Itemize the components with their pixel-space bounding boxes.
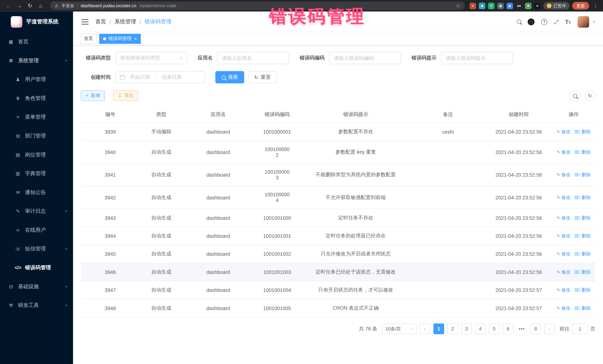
sidebar-item-role[interactable]: ♛角色管理 <box>0 89 73 108</box>
ext-7-icon[interactable]: ❀ <box>525 2 531 9</box>
sidebar-item-sms[interactable]: ☏短信管理∨ <box>0 239 73 258</box>
edit-link[interactable]: ✎修改 <box>557 215 570 221</box>
edit-link[interactable]: ✎修改 <box>557 194 570 201</box>
page-button-3[interactable]: 3 <box>461 323 472 334</box>
page-button-1[interactable]: 1 <box>433 323 444 334</box>
edit-link[interactable]: ✎修改 <box>557 269 570 275</box>
delete-link[interactable]: ⌦删除 <box>574 232 591 239</box>
edit-link[interactable]: ✎修改 <box>557 149 570 155</box>
ext-6-icon[interactable]: on <box>516 2 522 9</box>
security-label[interactable]: 不安全 <box>61 3 74 9</box>
search-button[interactable]: 搜索 <box>215 71 244 83</box>
sidebar-item-system[interactable]: ⚙系统管理∧ <box>0 51 73 70</box>
search-icon[interactable] <box>517 20 521 24</box>
create-time-range-picker[interactable]: 开始日期 - 结束日期 <box>116 71 205 83</box>
page-size-select[interactable]: 10条/页∨ <box>382 323 417 334</box>
browser-menu-icon[interactable]: ⋮ <box>592 3 599 9</box>
delete-link[interactable]: ⌦删除 <box>574 171 591 178</box>
sidebar-item-dev-tools[interactable]: ⚒研发工具∨ <box>0 296 73 315</box>
delete-link[interactable]: ⌦删除 <box>574 305 591 311</box>
browser-update-button[interactable]: 更新 <box>572 2 589 10</box>
edit-link[interactable]: ✎修改 <box>557 232 570 239</box>
browser-home-icon[interactable]: ⌂ <box>36 0 46 11</box>
ext-5-icon[interactable]: ▣ <box>507 2 513 9</box>
cell-app: dashboard <box>183 245 254 263</box>
close-icon[interactable]: × <box>134 36 137 41</box>
sidebar-item-label: 系统管理 <box>18 57 39 64</box>
cell-msg: 定时任务已经处于该状态，无需修改 <box>301 263 411 281</box>
sidebar-item-error-code[interactable]: </>错误码管理 <box>0 258 73 277</box>
sidebar-item-post[interactable]: ▤岗位管理 <box>0 145 73 164</box>
paused-badge[interactable]: 已暂停 <box>544 2 570 10</box>
delete-link[interactable]: ⌦删除 <box>574 251 591 257</box>
toggle-search-button[interactable] <box>570 90 580 101</box>
sidebar: 芋道管理系统 ▦首页⚙系统管理∧♟用户管理♛角色管理≡菜单管理⊞部门管理▤岗位管… <box>0 11 73 364</box>
sidebar-item-dict[interactable]: ▥字典管理 <box>0 164 73 183</box>
delete-link[interactable]: ⌦删除 <box>574 287 591 293</box>
sidebar-item-infra[interactable]: ⊟基础设施∨ <box>0 277 73 296</box>
sidebar-item-user[interactable]: ♟用户管理 <box>0 70 73 89</box>
delete-link[interactable]: ⌦删除 <box>574 128 591 135</box>
next-page-button[interactable]: › <box>544 323 555 334</box>
sidebar-item-online-user[interactable]: ∞在线用户 <box>0 221 73 240</box>
delete-link[interactable]: ⌦删除 <box>574 215 591 221</box>
github-icon[interactable] <box>528 18 535 25</box>
page-button-5[interactable]: 5 <box>489 323 499 334</box>
tab-error-code[interactable]: 错误码管理× <box>99 33 141 44</box>
sidebar-item-notice[interactable]: ✉通知公告 <box>0 183 73 202</box>
app-name-input[interactable] <box>217 52 289 64</box>
bookmark-star-icon[interactable]: ☆ <box>456 3 460 9</box>
chevron-down-icon[interactable]: ∨ <box>592 20 595 24</box>
tab-home[interactable]: 首页 <box>80 33 97 44</box>
sidebar-toggle-icon[interactable] <box>81 21 88 22</box>
sidebar-item-menu[interactable]: ≡菜单管理 <box>0 108 73 126</box>
error-msg-input[interactable] <box>441 52 513 64</box>
browser-forward-icon[interactable]: → <box>15 0 24 11</box>
font-size-icon[interactable]: T <box>565 18 571 25</box>
refresh-button[interactable]: ↻ <box>585 90 595 101</box>
page-ellipsis[interactable]: ••• <box>517 323 527 334</box>
cell-id: 3941 <box>81 164 140 186</box>
edit-link[interactable]: ✎修改 <box>557 305 570 311</box>
add-button[interactable]: + 新增 <box>81 90 105 101</box>
ext-2-icon[interactable]: ◆ <box>479 2 485 9</box>
edit-link[interactable]: ✎修改 <box>557 128 570 135</box>
export-button[interactable]: ↧ 导出 <box>113 90 139 101</box>
sidebar-item-dept[interactable]: ⊞部门管理 <box>0 126 73 145</box>
page-size-value: 10条/页 <box>385 326 401 332</box>
error-type-select[interactable]: 请选择错误码类型 ∨ <box>116 52 187 64</box>
reset-button[interactable]: ↻ 重置 <box>248 71 277 83</box>
breadcrumb-item[interactable]: 系统管理 <box>115 18 136 25</box>
sidebar-item-audit-log[interactable]: ✎审计日志∨ <box>0 202 73 221</box>
sidebar-item-home[interactable]: ▦首页 <box>0 32 73 51</box>
delete-link[interactable]: ⌦删除 <box>574 149 591 155</box>
browser-back-icon[interactable]: ← <box>4 0 13 11</box>
goto-page-input[interactable] <box>572 323 588 334</box>
fullscreen-icon[interactable]: ⤢ <box>554 18 558 25</box>
page-button-6[interactable]: 6 <box>503 323 513 334</box>
ext-4-icon[interactable]: ▦ <box>497 2 504 9</box>
help-icon[interactable]: ? <box>541 19 547 25</box>
breadcrumb-item[interactable]: 首页 <box>95 18 106 25</box>
prev-page-button[interactable]: ‹ <box>419 323 430 334</box>
delete-link[interactable]: ⌦删除 <box>574 194 591 201</box>
page-button-8[interactable]: 8 <box>530 323 541 334</box>
sidebar-item-label: 菜单管理 <box>25 113 46 120</box>
ext-3-icon[interactable]: V <box>488 2 494 9</box>
app-logo[interactable]: 芋道管理系统 <box>0 11 73 32</box>
browser-reload-icon[interactable]: ↻ <box>25 0 35 11</box>
announcement-icon: ✉ <box>15 190 21 195</box>
error-code-input[interactable] <box>329 52 401 64</box>
tags-view-bar: 首页错误码管理× <box>73 32 603 45</box>
edit-link[interactable]: ✎修改 <box>557 251 570 257</box>
ext-8-icon[interactable]: ➤ <box>534 2 541 9</box>
chevron-down-icon: ∨ <box>65 210 68 213</box>
avatar[interactable] <box>578 16 589 27</box>
edit-link[interactable]: ✎修改 <box>557 171 570 178</box>
address-bar[interactable]: ⚠ 不安全 dashboard.yudao.iocoder.cn /system… <box>50 1 465 10</box>
page-button-2[interactable]: 2 <box>447 323 458 334</box>
delete-link[interactable]: ⌦删除 <box>574 269 591 275</box>
page-button-4[interactable]: 4 <box>475 323 486 334</box>
edit-link[interactable]: ✎修改 <box>557 287 570 293</box>
ext-1-icon[interactable]: ● <box>470 2 476 9</box>
